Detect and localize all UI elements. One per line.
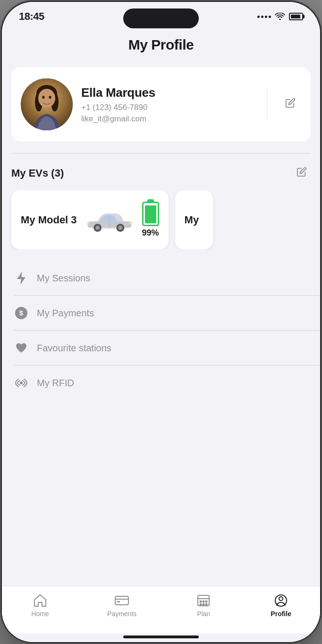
menu-favourites-label: Favourite stations bbox=[37, 343, 111, 354]
svg-point-6 bbox=[42, 96, 45, 99]
screen: 18:45 My Profile bbox=[2, 2, 320, 642]
plan-icon bbox=[196, 594, 211, 607]
svg-point-30 bbox=[206, 601, 207, 602]
profile-edit-divider bbox=[267, 88, 267, 121]
ev-cards-list: My Model 3 bbox=[2, 190, 320, 249]
nav-home-label: Home bbox=[31, 610, 49, 618]
menu-payments-label: My Payments bbox=[37, 308, 94, 319]
nav-plan[interactable]: Plan bbox=[185, 592, 222, 619]
svg-point-13 bbox=[96, 227, 99, 229]
payments-icon bbox=[114, 594, 129, 607]
svg-point-29 bbox=[203, 601, 204, 602]
divider-1 bbox=[11, 153, 311, 153]
svg-point-32 bbox=[203, 604, 204, 605]
menu-item-rfid[interactable]: My RFID bbox=[2, 365, 320, 400]
menu-item-favourites[interactable]: Favourite stations bbox=[2, 330, 320, 365]
status-time: 18:45 bbox=[19, 10, 44, 23]
svg-point-18 bbox=[128, 222, 132, 224]
ev-card-1[interactable]: My Model 3 bbox=[11, 190, 169, 249]
svg-point-19 bbox=[86, 222, 90, 224]
profile-edit-button[interactable] bbox=[280, 94, 301, 115]
svg-point-28 bbox=[200, 601, 202, 602]
svg-point-7 bbox=[49, 96, 51, 99]
nav-profile-label: Profile bbox=[271, 610, 291, 618]
svg-point-22 bbox=[20, 382, 22, 384]
menu-rfid-label: My RFID bbox=[37, 378, 74, 389]
avatar bbox=[21, 78, 73, 130]
ev-battery-pct-1: 99% bbox=[142, 228, 159, 238]
profile-info: Ella Marques +1 (123) 456-7890 like_it@g… bbox=[81, 85, 254, 124]
menu-item-sessions[interactable]: My Sessions bbox=[2, 261, 320, 296]
menu-item-payments[interactable]: $ My Payments bbox=[2, 296, 320, 330]
home-icon bbox=[33, 594, 48, 607]
lightning-icon bbox=[14, 271, 28, 285]
rfid-icon bbox=[14, 376, 28, 390]
svg-point-5 bbox=[38, 89, 55, 108]
nav-profile[interactable]: Profile bbox=[261, 592, 301, 619]
svg-point-16 bbox=[119, 227, 121, 229]
ev-battery-container-1: 99% bbox=[142, 202, 159, 238]
evs-edit-button[interactable] bbox=[293, 165, 311, 182]
profile-email: like_it@gmail.com bbox=[81, 114, 254, 124]
profile-phone: +1 (123) 456-7890 bbox=[81, 103, 254, 112]
svg-point-33 bbox=[206, 604, 207, 605]
heart-icon bbox=[14, 341, 28, 355]
nav-plan-label: Plan bbox=[197, 610, 210, 618]
ev-battery-icon-1 bbox=[142, 202, 159, 226]
nav-home[interactable]: Home bbox=[21, 592, 59, 619]
wifi-icon bbox=[275, 13, 285, 20]
bottom-nav: Home Payments bbox=[2, 586, 320, 634]
profile-card: Ella Marques +1 (123) 456-7890 like_it@g… bbox=[11, 67, 311, 142]
signal-icon bbox=[257, 16, 271, 18]
menu-section: My Sessions $ My Payments bbox=[2, 261, 320, 400]
ev-card-2[interactable]: My bbox=[175, 190, 213, 249]
evs-title: My EVs (3) bbox=[11, 167, 64, 179]
profile-nav-icon bbox=[273, 594, 288, 607]
svg-text:$: $ bbox=[19, 309, 24, 317]
ev-card-2-name: My bbox=[185, 214, 203, 226]
svg-point-35 bbox=[279, 597, 283, 601]
ev-card-1-name: My Model 3 bbox=[21, 214, 77, 226]
svg-rect-25 bbox=[117, 601, 120, 602]
menu-sessions-label: My Sessions bbox=[37, 273, 90, 284]
page-title: My Profile bbox=[2, 27, 320, 67]
status-icons bbox=[257, 13, 303, 20]
status-bar: 18:45 bbox=[2, 2, 320, 27]
nav-payments[interactable]: Payments bbox=[98, 592, 146, 619]
evs-header: My EVs (3) bbox=[2, 165, 320, 190]
phone-frame: 18:45 My Profile bbox=[0, 0, 322, 644]
battery-icon bbox=[289, 13, 303, 20]
dynamic-island bbox=[123, 8, 199, 28]
home-indicator bbox=[123, 636, 199, 638]
main-content: My Profile bbox=[2, 27, 320, 586]
dollar-icon: $ bbox=[14, 306, 28, 320]
svg-point-31 bbox=[200, 604, 202, 605]
ev-car-image-1 bbox=[84, 207, 136, 233]
nav-payments-label: Payments bbox=[107, 610, 136, 618]
svg-rect-23 bbox=[115, 596, 128, 605]
profile-name: Ella Marques bbox=[81, 85, 254, 100]
